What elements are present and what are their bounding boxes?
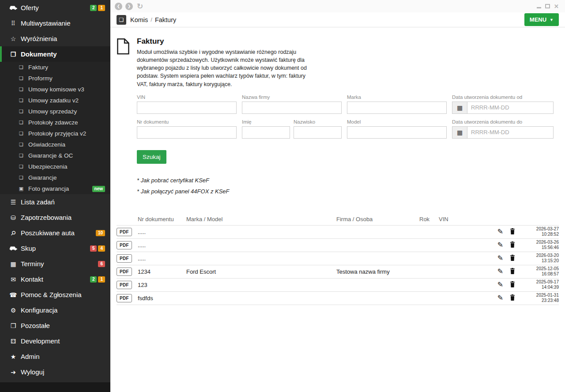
edit-icon[interactable]: ✎ [497, 228, 503, 235]
submenu-item-umowy-sprzedazy[interactable]: ❏ Umowy sprzedaży [0, 106, 110, 117]
sidebar-item-development[interactable]: ⚃ Development [0, 333, 110, 349]
edit-icon[interactable]: ✎ [497, 241, 503, 249]
main-area: ❮ ❯ ↻ ✕ ❏ Komis / Faktury MENU ▼ [110, 0, 565, 392]
minimize-icon[interactable] [537, 7, 541, 8]
calendar-icon[interactable]: ▦ [452, 102, 467, 114]
search-icon: ⚲ [9, 230, 18, 237]
trash-icon[interactable] [510, 294, 515, 302]
submenu-item-gwarancje-oc[interactable]: ❏ Gwarancje & OC [0, 150, 110, 161]
trash-icon[interactable] [510, 241, 515, 249]
trash-icon[interactable] [510, 268, 515, 275]
refresh-button[interactable]: ↻ [137, 3, 143, 10]
sidebar-item-label: Konfiguracja [21, 306, 57, 314]
pdf-button[interactable]: PDF [117, 268, 132, 276]
pdf-button[interactable]: PDF [117, 241, 132, 249]
submenu-item-oswiadczenia[interactable]: ❏ Oświadczenia [0, 139, 110, 150]
submenu-item-protokoly-zdawcze[interactable]: ❏ Protokoły zdawcze [0, 117, 110, 128]
calendar-icon[interactable]: ▦ [452, 126, 467, 139]
sidebar-item-konfiguracja[interactable]: ⚙ Konfiguracja [0, 302, 110, 318]
edit-icon[interactable]: ✎ [497, 281, 503, 288]
star-outline-icon: ☆ [9, 35, 18, 42]
submenu-item-umowy-zadatku[interactable]: ❏ Umowy zadatku v2 [0, 95, 110, 106]
forward-button[interactable]: ❯ [125, 3, 133, 10]
status-badge: 4 [98, 245, 105, 252]
vin-input[interactable] [137, 102, 237, 114]
badge-group: 2 1 [90, 276, 105, 283]
table-row: PDF ..... ✎ 2026-03-20 13:15:20 [117, 252, 559, 265]
cell-date: 2025-01-31 [518, 293, 559, 298]
submenu-item-label: Proformy [28, 75, 53, 82]
submenu-item-ubezpieczenia[interactable]: ❏ Ubezpieczenia [0, 161, 110, 172]
trash-icon[interactable] [510, 281, 515, 288]
trash-icon[interactable] [510, 228, 515, 235]
last-name-label: Nazwisko [294, 119, 342, 124]
ksef-connect-link[interactable]: * Jak połączyć panel 44FOX z KSeF [137, 188, 559, 195]
sidebar-item-poszukiwane-auta[interactable]: ⚲ Poszukiwane auta 10 [0, 225, 110, 241]
pdf-button[interactable]: PDF [117, 228, 132, 236]
document-icon: ❏ [18, 120, 25, 125]
edit-icon[interactable]: ✎ [497, 255, 503, 262]
submenu-item-proformy[interactable]: ❏ Proformy [0, 73, 110, 84]
sidebar-item-label: Oferty [21, 4, 39, 11]
chevron-down-icon: ▼ [550, 18, 554, 22]
pdf-button[interactable]: PDF [117, 254, 132, 263]
envelope-icon: ✉ [9, 276, 18, 283]
breadcrumb-bar: ❏ Komis / Faktury MENU ▼ [110, 12, 565, 27]
make-input[interactable] [347, 102, 447, 114]
menu-button[interactable]: MENU ▼ [524, 13, 559, 26]
sidebar-item-dokumenty[interactable]: ❐ Dokumenty [0, 46, 110, 62]
sidebar-item-admin[interactable]: ★ Admin [0, 349, 110, 364]
submenu-item-protokoly-przyjecia[interactable]: ❏ Protokoły przyjęcia v2 [0, 128, 110, 139]
header-company: Firma / Osoba [336, 216, 419, 222]
close-icon[interactable]: ✕ [554, 4, 559, 9]
company-input[interactable] [242, 102, 342, 114]
sidebar-item-label: Poszukiwane auta [21, 229, 75, 237]
first-name-input[interactable] [242, 126, 290, 139]
date-to-input[interactable] [467, 126, 554, 139]
date-to-field-group: Data utworzenia dokumentu do ▦ [452, 119, 554, 139]
cell-timestamp: 2025-09-17 14:04:39 [518, 279, 559, 290]
submenu-item-umowy-komisowe[interactable]: ❏ Umowy komisowe v3 [0, 84, 110, 95]
box-icon: ❒ [9, 322, 18, 329]
sidebar-item-pomoc[interactable]: ☎ Pomoc & Zgłoszenia [0, 287, 110, 302]
status-badge: 1 [98, 276, 105, 283]
intro-text-block: Faktury Moduł umożliwia szybkie i wygodn… [137, 37, 310, 88]
sidebar-item-kontakt[interactable]: ✉ Kontakt 2 1 [0, 271, 110, 287]
submenu-item-foto-gwarancja[interactable]: ▣ Foto gwarancja new [0, 183, 110, 194]
status-badge: 5 [90, 245, 97, 252]
table-row: PDF 123 ✎ 2025-09-17 14:04:39 [117, 279, 559, 292]
sidebar-item-wyroznienia[interactable]: ☆ Wyróżnienia [0, 31, 110, 46]
breadcrumb-root[interactable]: Komis [130, 16, 148, 23]
submenu-item-label: Oświadczenia [28, 141, 65, 148]
last-name-input[interactable] [294, 126, 342, 139]
pdf-button[interactable]: PDF [117, 281, 132, 289]
submenu-item-faktury[interactable]: ❏ Faktury [0, 62, 110, 73]
sidebar-item-terminy[interactable]: ▦ Terminy 6 [0, 256, 110, 271]
make-label: Marka [347, 94, 447, 100]
sidebar-item-skup[interactable]: Skup 5 4 [0, 241, 110, 256]
submenu-item-label: Gwarancje & OC [28, 152, 73, 159]
sidebar-item-lista-zadan[interactable]: ☰ Lista zadań [0, 194, 110, 210]
list-icon: ☰ [9, 199, 18, 206]
sidebar-item-multiwystawianie[interactable]: ⠿ Multiwystawianie [0, 15, 110, 31]
sidebar-item-oferty[interactable]: Oferty 2 1 [0, 0, 110, 15]
submenu-item-gwarancje[interactable]: ❏ Gwarancje [0, 172, 110, 183]
maximize-icon[interactable] [545, 4, 550, 8]
edit-icon[interactable]: ✎ [497, 268, 503, 275]
model-input[interactable] [347, 126, 447, 139]
doc-number-label: Nr dokumentu [137, 119, 237, 124]
back-button[interactable]: ❮ [115, 3, 122, 10]
date-from-input[interactable] [467, 102, 554, 114]
pdf-button[interactable]: PDF [117, 294, 132, 302]
document-icon: ❏ [18, 98, 25, 103]
doc-number-input[interactable] [137, 126, 237, 139]
sidebar-item-pozostale[interactable]: ❒ Pozostałe [0, 318, 110, 333]
submenu-item-label: Umowy zadatku v2 [28, 97, 79, 104]
ksef-certificate-link[interactable]: * Jak pobrać certyfikat KSeF [137, 177, 559, 184]
sidebar-item-zapotrzebowania[interactable]: ⛁ Zapotrzebowania [0, 210, 110, 225]
documents-icon: ❐ [9, 51, 18, 58]
sidebar-item-wyloguj[interactable]: ➔ Wyloguj [0, 364, 110, 380]
search-button[interactable]: Szukaj [137, 150, 166, 164]
trash-icon[interactable] [510, 255, 515, 262]
edit-icon[interactable]: ✎ [497, 294, 503, 302]
